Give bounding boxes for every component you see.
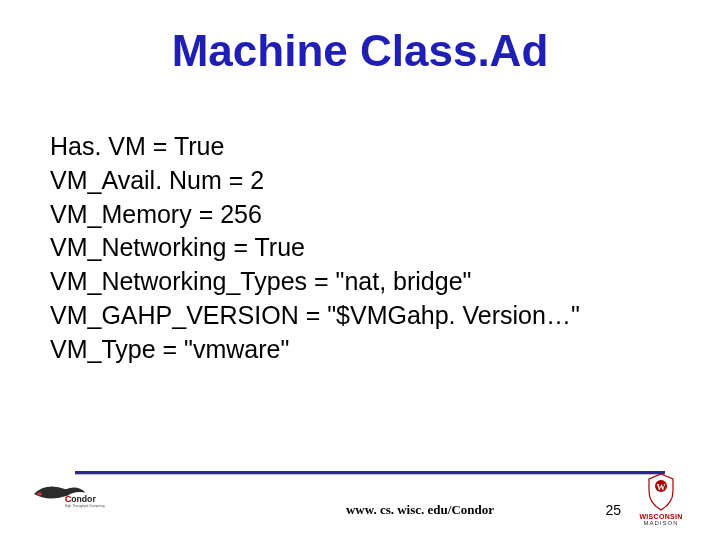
classad-line: VM_Networking_Types = "nat, bridge" — [50, 265, 580, 299]
svg-text:W: W — [657, 482, 666, 492]
svg-point-0 — [37, 492, 42, 495]
slide-title: Machine Class.Ad — [0, 0, 720, 76]
slide: Machine Class.Ad Has. VM = True VM_Avail… — [0, 0, 720, 540]
uw-crest-icon: W — [646, 473, 676, 511]
classad-line: VM_GAHP_VERSION = "$VMGahp. Version…" — [50, 299, 580, 333]
classad-line: VM_Networking = True — [50, 231, 580, 265]
footer-divider — [75, 471, 665, 474]
uw-logo: W WISCONSIN MADISON — [632, 473, 690, 526]
classad-line: VM_Type = "vmware" — [50, 333, 580, 367]
uw-subtitle: MADISON — [632, 520, 690, 526]
page-number: 25 — [605, 502, 621, 518]
classad-line: VM_Memory = 256 — [50, 198, 580, 232]
classad-body: Has. VM = True VM_Avail. Num = 2 VM_Memo… — [50, 130, 580, 366]
classad-line: VM_Avail. Num = 2 — [50, 164, 580, 198]
classad-line: Has. VM = True — [50, 130, 580, 164]
uw-name: WISCONSIN — [632, 513, 690, 520]
